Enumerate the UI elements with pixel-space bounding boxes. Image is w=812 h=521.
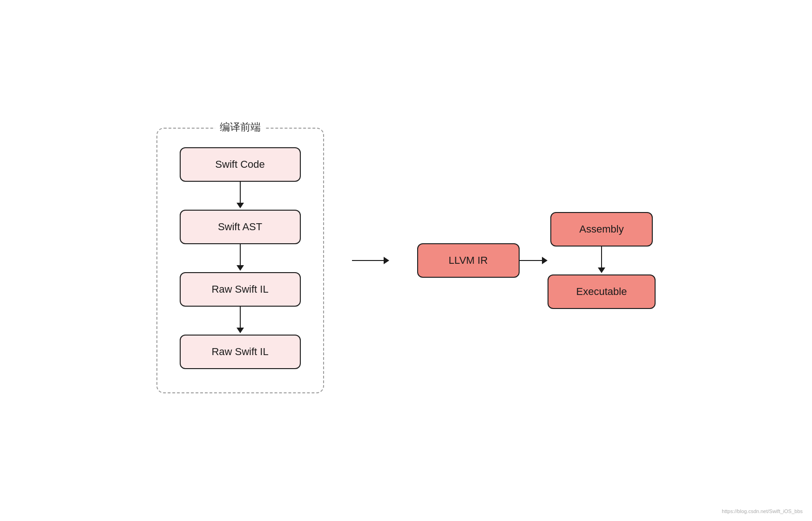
arrow-llvm-to-assembly (520, 257, 548, 264)
executable-node: Executable (548, 274, 656, 309)
raw-swift-il-2-node: Raw Swift IL (180, 335, 301, 369)
backend-top-row: LLVM IR Assembly Executable (417, 212, 656, 309)
raw-swift-il-1-node: Raw Swift IL (180, 272, 301, 307)
arrow-down-1 (237, 182, 244, 210)
swift-code-node: Swift Code (180, 147, 301, 182)
arrow-down-3 (237, 307, 244, 335)
arrow-down-assembly (598, 247, 605, 274)
swift-ast-node: Swift AST (180, 210, 301, 244)
arrow-right-main (352, 257, 389, 264)
backend-section: LLVM IR Assembly Executable (417, 212, 656, 309)
frontend-box: 编译前端 Swift Code Swift AST Raw Swift IL R… (156, 128, 324, 393)
assembly-col: Assembly Executable (548, 212, 656, 309)
llvm-ir-node: LLVM IR (417, 243, 520, 278)
assembly-node: Assembly (550, 212, 653, 247)
watermark: https://blog.csdn.net/Swift_iOS_bbs (722, 508, 803, 514)
diagram-container: 编译前端 Swift Code Swift AST Raw Swift IL R… (156, 128, 656, 393)
frontend-label: 编译前端 (215, 120, 265, 134)
arrow-down-2 (237, 244, 244, 272)
arrow-right-icon (352, 257, 389, 264)
